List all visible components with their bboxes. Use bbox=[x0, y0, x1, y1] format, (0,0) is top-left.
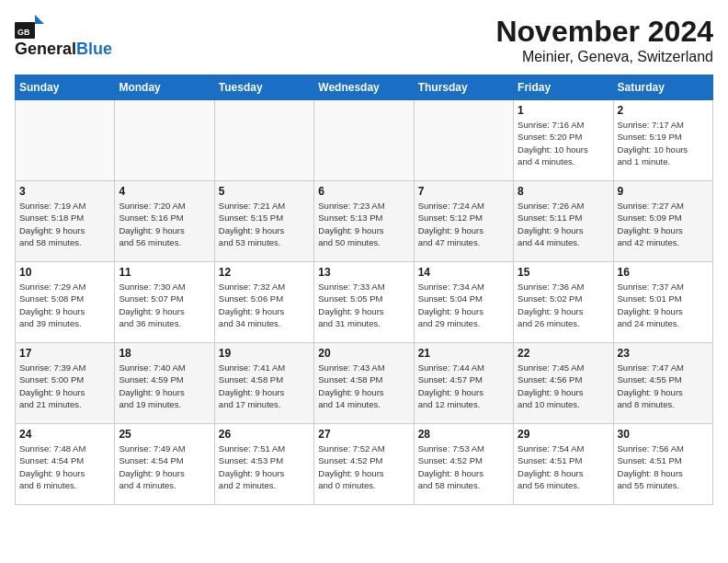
calendar-day-cell: 9Sunrise: 7:27 AM Sunset: 5:09 PM Daylig… bbox=[613, 181, 712, 262]
day-info: Sunrise: 7:33 AM Sunset: 5:05 PM Dayligh… bbox=[318, 281, 409, 329]
day-number: 15 bbox=[518, 266, 609, 279]
day-info: Sunrise: 7:21 AM Sunset: 5:15 PM Dayligh… bbox=[219, 200, 310, 248]
svg-marker-1 bbox=[35, 15, 44, 24]
calendar-day-cell: 14Sunrise: 7:34 AM Sunset: 5:04 PM Dayli… bbox=[414, 262, 513, 343]
calendar-day-cell: 8Sunrise: 7:26 AM Sunset: 5:11 PM Daylig… bbox=[514, 181, 613, 262]
calendar-day-cell: 29Sunrise: 7:54 AM Sunset: 4:51 PM Dayli… bbox=[514, 424, 613, 505]
day-info: Sunrise: 7:43 AM Sunset: 4:58 PM Dayligh… bbox=[318, 362, 409, 410]
day-info: Sunrise: 7:40 AM Sunset: 4:59 PM Dayligh… bbox=[119, 362, 210, 410]
calendar-day-cell: 26Sunrise: 7:51 AM Sunset: 4:53 PM Dayli… bbox=[214, 424, 313, 505]
calendar-day-cell bbox=[414, 100, 513, 181]
calendar-day-cell: 22Sunrise: 7:45 AM Sunset: 4:56 PM Dayli… bbox=[514, 343, 613, 424]
day-number: 19 bbox=[219, 347, 310, 360]
day-info: Sunrise: 7:37 AM Sunset: 5:01 PM Dayligh… bbox=[618, 281, 709, 329]
calendar-day-cell: 27Sunrise: 7:52 AM Sunset: 4:52 PM Dayli… bbox=[314, 424, 414, 505]
calendar-table: Sunday Monday Tuesday Wednesday Thursday… bbox=[15, 75, 713, 505]
day-number: 6 bbox=[318, 185, 409, 198]
day-number: 26 bbox=[219, 428, 310, 441]
day-info: Sunrise: 7:29 AM Sunset: 5:08 PM Dayligh… bbox=[19, 281, 110, 329]
calendar-week-row: 24Sunrise: 7:48 AM Sunset: 4:54 PM Dayli… bbox=[16, 424, 713, 505]
day-number: 10 bbox=[19, 266, 110, 279]
calendar-day-cell: 12Sunrise: 7:32 AM Sunset: 5:06 PM Dayli… bbox=[214, 262, 313, 343]
logo-icon: GB bbox=[15, 15, 44, 39]
page-header: GB GeneralBlue November 2024 Meinier, Ge… bbox=[15, 15, 713, 65]
day-info: Sunrise: 7:24 AM Sunset: 5:12 PM Dayligh… bbox=[418, 200, 509, 248]
calendar-day-cell bbox=[314, 100, 414, 181]
day-number: 29 bbox=[518, 428, 609, 441]
day-info: Sunrise: 7:51 AM Sunset: 4:53 PM Dayligh… bbox=[219, 442, 310, 491]
day-info: Sunrise: 7:16 AM Sunset: 5:20 PM Dayligh… bbox=[518, 119, 609, 167]
day-number: 21 bbox=[418, 347, 509, 360]
logo-blue: Blue bbox=[76, 40, 112, 58]
day-info: Sunrise: 7:48 AM Sunset: 4:54 PM Dayligh… bbox=[19, 442, 110, 491]
header-wednesday: Wednesday bbox=[314, 75, 414, 100]
day-info: Sunrise: 7:56 AM Sunset: 4:51 PM Dayligh… bbox=[618, 442, 709, 491]
day-info: Sunrise: 7:30 AM Sunset: 5:07 PM Dayligh… bbox=[119, 281, 210, 329]
location-title: Meinier, Geneva, Switzerland bbox=[495, 49, 713, 65]
header-monday: Monday bbox=[115, 75, 214, 100]
day-info: Sunrise: 7:26 AM Sunset: 5:11 PM Dayligh… bbox=[518, 200, 609, 248]
day-number: 8 bbox=[518, 185, 609, 198]
day-info: Sunrise: 7:23 AM Sunset: 5:13 PM Dayligh… bbox=[318, 200, 409, 248]
day-number: 12 bbox=[219, 266, 310, 279]
header-friday: Friday bbox=[514, 75, 613, 100]
day-number: 28 bbox=[418, 428, 509, 441]
calendar-day-cell: 11Sunrise: 7:30 AM Sunset: 5:07 PM Dayli… bbox=[115, 262, 214, 343]
calendar-day-cell bbox=[214, 100, 313, 181]
calendar-day-cell: 7Sunrise: 7:24 AM Sunset: 5:12 PM Daylig… bbox=[414, 181, 513, 262]
day-number: 1 bbox=[518, 104, 609, 117]
header-saturday: Saturday bbox=[613, 75, 712, 100]
calendar-day-cell: 16Sunrise: 7:37 AM Sunset: 5:01 PM Dayli… bbox=[613, 262, 712, 343]
day-info: Sunrise: 7:34 AM Sunset: 5:04 PM Dayligh… bbox=[418, 281, 509, 329]
day-number: 7 bbox=[418, 185, 509, 198]
month-title: November 2024 bbox=[495, 15, 713, 49]
day-number: 13 bbox=[318, 266, 409, 279]
calendar-day-cell: 30Sunrise: 7:56 AM Sunset: 4:51 PM Dayli… bbox=[613, 424, 712, 505]
day-info: Sunrise: 7:27 AM Sunset: 5:09 PM Dayligh… bbox=[618, 200, 709, 248]
day-number: 24 bbox=[19, 428, 110, 441]
calendar-day-cell: 15Sunrise: 7:36 AM Sunset: 5:02 PM Dayli… bbox=[514, 262, 613, 343]
calendar-day-cell: 24Sunrise: 7:48 AM Sunset: 4:54 PM Dayli… bbox=[16, 424, 115, 505]
day-number: 4 bbox=[119, 185, 210, 198]
calendar-day-cell: 10Sunrise: 7:29 AM Sunset: 5:08 PM Dayli… bbox=[16, 262, 115, 343]
logo: GB GeneralBlue bbox=[15, 15, 112, 59]
day-info: Sunrise: 7:45 AM Sunset: 4:56 PM Dayligh… bbox=[518, 362, 609, 410]
day-info: Sunrise: 7:19 AM Sunset: 5:18 PM Dayligh… bbox=[19, 200, 110, 248]
calendar-day-cell bbox=[115, 100, 214, 181]
calendar-day-cell: 3Sunrise: 7:19 AM Sunset: 5:18 PM Daylig… bbox=[16, 181, 115, 262]
calendar-day-cell bbox=[16, 100, 115, 181]
day-info: Sunrise: 7:53 AM Sunset: 4:52 PM Dayligh… bbox=[418, 442, 509, 491]
calendar-day-cell: 18Sunrise: 7:40 AM Sunset: 4:59 PM Dayli… bbox=[115, 343, 214, 424]
header-thursday: Thursday bbox=[414, 75, 513, 100]
day-number: 30 bbox=[618, 428, 709, 441]
day-info: Sunrise: 7:17 AM Sunset: 5:19 PM Dayligh… bbox=[618, 119, 709, 167]
calendar-week-row: 3Sunrise: 7:19 AM Sunset: 5:18 PM Daylig… bbox=[16, 181, 713, 262]
day-number: 2 bbox=[618, 104, 709, 117]
calendar-day-cell: 6Sunrise: 7:23 AM Sunset: 5:13 PM Daylig… bbox=[314, 181, 414, 262]
day-info: Sunrise: 7:20 AM Sunset: 5:16 PM Dayligh… bbox=[119, 200, 210, 248]
calendar-header-row: Sunday Monday Tuesday Wednesday Thursday… bbox=[16, 75, 713, 100]
day-number: 25 bbox=[119, 428, 210, 441]
calendar-day-cell: 4Sunrise: 7:20 AM Sunset: 5:16 PM Daylig… bbox=[115, 181, 214, 262]
calendar-week-row: 1Sunrise: 7:16 AM Sunset: 5:20 PM Daylig… bbox=[16, 100, 713, 181]
header-tuesday: Tuesday bbox=[214, 75, 313, 100]
day-number: 23 bbox=[618, 347, 709, 360]
calendar-day-cell: 20Sunrise: 7:43 AM Sunset: 4:58 PM Dayli… bbox=[314, 343, 414, 424]
calendar-day-cell: 13Sunrise: 7:33 AM Sunset: 5:05 PM Dayli… bbox=[314, 262, 414, 343]
logo-general: General bbox=[15, 40, 76, 58]
day-number: 16 bbox=[618, 266, 709, 279]
calendar-week-row: 10Sunrise: 7:29 AM Sunset: 5:08 PM Dayli… bbox=[16, 262, 713, 343]
day-number: 14 bbox=[418, 266, 509, 279]
day-info: Sunrise: 7:52 AM Sunset: 4:52 PM Dayligh… bbox=[318, 442, 409, 491]
day-number: 5 bbox=[219, 185, 310, 198]
calendar-day-cell: 25Sunrise: 7:49 AM Sunset: 4:54 PM Dayli… bbox=[115, 424, 214, 505]
calendar-day-cell: 19Sunrise: 7:41 AM Sunset: 4:58 PM Dayli… bbox=[214, 343, 313, 424]
day-info: Sunrise: 7:54 AM Sunset: 4:51 PM Dayligh… bbox=[518, 442, 609, 491]
day-number: 22 bbox=[518, 347, 609, 360]
calendar-week-row: 17Sunrise: 7:39 AM Sunset: 5:00 PM Dayli… bbox=[16, 343, 713, 424]
calendar-day-cell: 5Sunrise: 7:21 AM Sunset: 5:15 PM Daylig… bbox=[214, 181, 313, 262]
day-number: 18 bbox=[119, 347, 210, 360]
header-sunday: Sunday bbox=[16, 75, 115, 100]
calendar-day-cell: 21Sunrise: 7:44 AM Sunset: 4:57 PM Dayli… bbox=[414, 343, 513, 424]
title-section: November 2024 Meinier, Geneva, Switzerla… bbox=[495, 15, 713, 65]
